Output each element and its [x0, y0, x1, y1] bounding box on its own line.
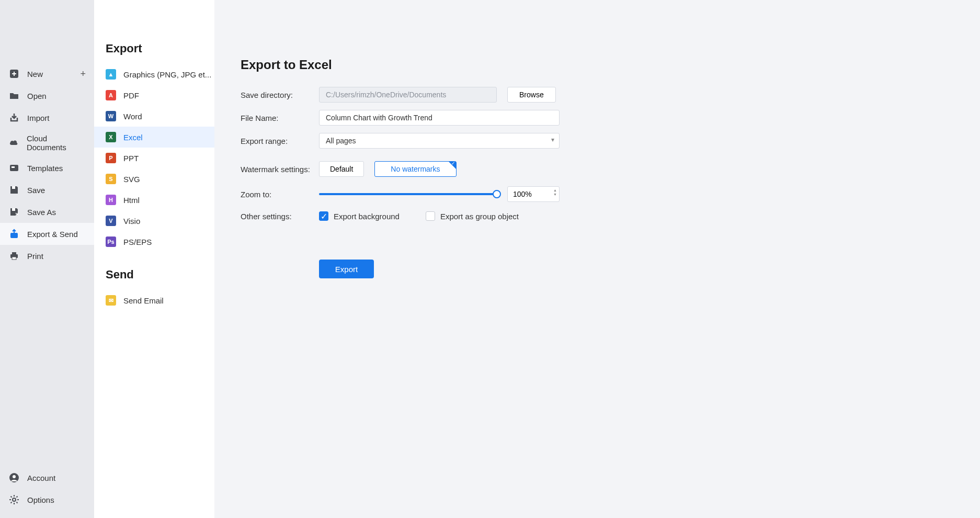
excel-icon: X [106, 132, 116, 142]
send-label: Send Email [123, 296, 164, 305]
ps-icon: Ps [106, 237, 116, 247]
sidebar-item-save[interactable]: Save [0, 179, 94, 201]
format-excel[interactable]: X Excel [94, 127, 214, 148]
svg-point-25 [13, 475, 16, 478]
send-heading: Send [94, 252, 214, 290]
sidebar-label: Options [27, 496, 54, 504]
zoom-label: Zoom to: [241, 190, 319, 199]
export-background-checkbox[interactable]: ✓ [319, 211, 328, 221]
sidebar-item-open[interactable]: Open [0, 85, 94, 107]
export-range-label: Export range: [241, 137, 319, 145]
sidebar-label: Account [27, 474, 55, 482]
format-visio[interactable]: V Visio [94, 210, 214, 231]
watermark-default-button[interactable]: Default [319, 161, 364, 177]
export-heading: Export [94, 37, 214, 64]
sidebar-item-options[interactable]: Options [0, 489, 94, 511]
format-svg[interactable]: S SVG [94, 168, 214, 189]
sidebar-item-cloud[interactable]: Cloud Documents [0, 129, 94, 157]
plus-icon: + [80, 69, 86, 80]
sidebar-label: Print [27, 252, 43, 261]
sidebar-label: Templates [27, 164, 63, 173]
svg-rect-18 [12, 186, 15, 189]
format-pdf[interactable]: A PDF [94, 85, 214, 106]
svg-rect-19 [12, 208, 15, 211]
templates-icon [8, 162, 20, 174]
zoom-down-icon[interactable]: ▼ [553, 193, 557, 196]
svg-rect-17 [12, 166, 15, 168]
save-directory-input [319, 87, 497, 103]
secondary-sidebar: Export ▲ Graphics (PNG, JPG et... A PDF … [94, 0, 214, 518]
svg-rect-23 [12, 257, 16, 260]
panel-heading: Export to Excel [241, 58, 980, 72]
format-label: Html [123, 196, 140, 205]
export-range-select[interactable] [319, 133, 560, 149]
save-icon [8, 184, 20, 196]
format-label: PPT [123, 154, 139, 163]
send-email[interactable]: ✉ Send Email [94, 290, 214, 311]
sidebar-label: Open [27, 92, 47, 100]
save-directory-label: Save directory: [241, 91, 319, 99]
sidebar-label: Save [27, 186, 45, 195]
watermark-label: Watermark settings: [241, 165, 319, 174]
pdf-icon: A [106, 90, 116, 100]
format-graphics[interactable]: ▲ Graphics (PNG, JPG et... [94, 64, 214, 85]
svg-rect-22 [12, 252, 16, 254]
gear-icon [8, 494, 20, 505]
svg-icon: S [106, 174, 116, 184]
visio-icon: V [106, 216, 116, 226]
format-word[interactable]: W Word [94, 106, 214, 127]
sidebar-label: Cloud Documents [27, 134, 86, 152]
ppt-icon: P [106, 153, 116, 163]
main-panel: Export to Excel Save directory: Browse F… [214, 0, 980, 518]
sidebar-label: New [27, 70, 43, 78]
account-icon [8, 472, 20, 483]
other-settings-label: Other settings: [241, 212, 319, 221]
export-group-label: Export as group object [440, 212, 519, 221]
sidebar-item-import[interactable]: Import [0, 107, 94, 129]
cloud-icon [8, 137, 19, 149]
export-group-checkbox[interactable] [426, 211, 435, 221]
email-icon: ✉ [106, 295, 116, 306]
format-html[interactable]: H Html [94, 189, 214, 210]
filename-label: File Name: [241, 114, 319, 122]
format-label: Graphics (PNG, JPG et... [123, 70, 211, 79]
sidebar-item-templates[interactable]: Templates [0, 157, 94, 179]
word-icon: W [106, 111, 116, 121]
format-label: Word [123, 112, 142, 121]
export-range-value[interactable] [319, 133, 560, 149]
primary-sidebar: New + Open Import Cloud Documents Templa… [0, 0, 94, 518]
export-button[interactable]: Export [319, 260, 374, 278]
sidebar-label: Export & Send [27, 230, 78, 239]
graphics-icon: ▲ [106, 69, 116, 80]
zoom-slider[interactable] [319, 193, 497, 195]
filename-input[interactable] [319, 110, 560, 126]
format-label: PDF [123, 91, 139, 100]
zoom-value: 100% [513, 190, 532, 198]
import-icon [8, 112, 20, 123]
watermark-none-button[interactable]: No watermarks [374, 161, 456, 177]
export-background-label: Export background [334, 212, 400, 221]
browse-button[interactable]: Browse [507, 87, 556, 103]
svg-point-26 [13, 498, 16, 501]
print-icon [8, 250, 20, 262]
format-label: SVG [123, 175, 140, 184]
folder-icon [8, 90, 20, 102]
sidebar-label: Import [27, 114, 50, 122]
html-icon: H [106, 195, 116, 205]
sidebar-item-export[interactable]: Export & Send [0, 223, 94, 245]
sidebar-label: Save As [27, 208, 56, 217]
saveas-icon [8, 206, 20, 218]
export-icon [8, 228, 20, 240]
new-icon [8, 68, 20, 80]
format-label: PS/EPS [123, 238, 152, 246]
zoom-up-icon[interactable]: ▲ [553, 188, 557, 192]
format-pseps[interactable]: Ps PS/EPS [94, 231, 214, 252]
zoom-value-input[interactable]: 100% ▲▼ [507, 186, 560, 202]
sidebar-item-print[interactable]: Print [0, 245, 94, 267]
sidebar-item-saveas[interactable]: Save As [0, 201, 94, 223]
format-label: Excel [123, 133, 143, 142]
sidebar-item-new[interactable]: New + [0, 63, 94, 85]
format-label: Visio [123, 217, 140, 226]
sidebar-item-account[interactable]: Account [0, 467, 94, 489]
format-ppt[interactable]: P PPT [94, 148, 214, 168]
